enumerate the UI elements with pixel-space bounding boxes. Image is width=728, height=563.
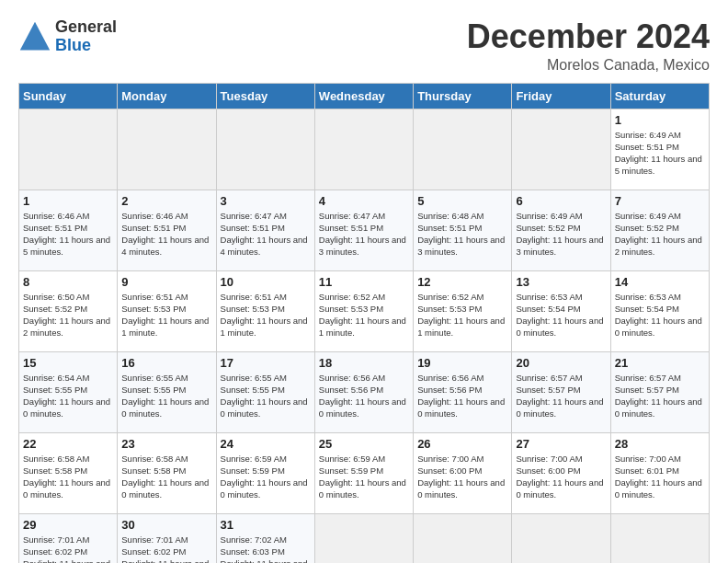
calendar-cell: 1Sunrise: 6:49 AMSunset: 5:51 PMDaylight… bbox=[610, 109, 709, 190]
calendar-cell: 22Sunrise: 6:58 AMSunset: 5:58 PMDayligh… bbox=[19, 432, 118, 513]
day-number: 19 bbox=[417, 356, 507, 370]
calendar-cell bbox=[216, 109, 314, 190]
calendar-cell: 21Sunrise: 6:57 AMSunset: 5:57 PMDayligh… bbox=[610, 351, 709, 432]
day-info: Sunrise: 6:46 AMSunset: 5:51 PMDaylight:… bbox=[121, 210, 211, 259]
day-number: 7 bbox=[615, 194, 705, 208]
day-info: Sunrise: 6:51 AMSunset: 5:53 PMDaylight:… bbox=[121, 291, 211, 339]
title-block: December 2024 Morelos Canada, Mexico bbox=[467, 18, 710, 74]
calendar-cell: 12Sunrise: 6:52 AMSunset: 5:53 PMDayligh… bbox=[414, 270, 512, 351]
day-number: 26 bbox=[417, 437, 507, 451]
header-friday: Friday bbox=[512, 83, 610, 109]
day-number: 14 bbox=[615, 275, 705, 289]
day-number: 10 bbox=[221, 275, 311, 289]
calendar-cell: 26Sunrise: 7:00 AMSunset: 6:00 PMDayligh… bbox=[414, 432, 512, 513]
day-info: Sunrise: 6:49 AMSunset: 5:52 PMDaylight:… bbox=[615, 210, 705, 259]
day-number: 6 bbox=[516, 194, 606, 208]
calendar-cell bbox=[610, 513, 709, 563]
calendar-cell: 16Sunrise: 6:55 AMSunset: 5:55 PMDayligh… bbox=[118, 351, 216, 432]
calendar-cell: 7Sunrise: 6:49 AMSunset: 5:52 PMDaylight… bbox=[610, 190, 709, 270]
calendar-week-row: 1Sunrise: 6:46 AMSunset: 5:51 PMDaylight… bbox=[19, 190, 710, 270]
day-number: 1 bbox=[615, 113, 705, 127]
day-number: 25 bbox=[319, 437, 409, 451]
calendar-cell: 25Sunrise: 6:59 AMSunset: 5:59 PMDayligh… bbox=[314, 432, 413, 513]
calendar-cell: 11Sunrise: 6:52 AMSunset: 5:53 PMDayligh… bbox=[314, 270, 413, 351]
logo: General Blue bbox=[18, 18, 117, 55]
calendar-cell: 18Sunrise: 6:56 AMSunset: 5:56 PMDayligh… bbox=[314, 351, 413, 432]
day-info: Sunrise: 6:54 AMSunset: 5:55 PMDaylight:… bbox=[23, 372, 113, 420]
day-info: Sunrise: 6:58 AMSunset: 5:58 PMDaylight:… bbox=[23, 453, 113, 501]
calendar-week-row: 1Sunrise: 6:49 AMSunset: 5:51 PMDaylight… bbox=[19, 109, 710, 190]
day-info: Sunrise: 6:52 AMSunset: 5:53 PMDaylight:… bbox=[417, 291, 507, 339]
day-info: Sunrise: 7:01 AMSunset: 6:02 PMDaylight:… bbox=[121, 534, 211, 563]
day-number: 21 bbox=[615, 356, 705, 370]
calendar-header-row: Sunday Monday Tuesday Wednesday Thursday… bbox=[19, 83, 710, 109]
day-info: Sunrise: 6:47 AMSunset: 5:51 PMDaylight:… bbox=[319, 210, 409, 259]
month-title: December 2024 bbox=[467, 18, 710, 55]
day-info: Sunrise: 6:55 AMSunset: 5:55 PMDaylight:… bbox=[121, 372, 211, 420]
header-saturday: Saturday bbox=[610, 83, 709, 109]
day-info: Sunrise: 6:48 AMSunset: 5:51 PMDaylight:… bbox=[417, 210, 507, 259]
calendar-week-row: 22Sunrise: 6:58 AMSunset: 5:58 PMDayligh… bbox=[19, 432, 710, 513]
day-number: 13 bbox=[516, 275, 606, 289]
calendar-cell: 17Sunrise: 6:55 AMSunset: 5:55 PMDayligh… bbox=[216, 351, 314, 432]
day-number: 28 bbox=[615, 437, 705, 451]
calendar-cell bbox=[314, 109, 413, 190]
day-info: Sunrise: 7:00 AMSunset: 6:00 PMDaylight:… bbox=[417, 453, 507, 501]
day-number: 1 bbox=[23, 194, 113, 208]
calendar-cell: 28Sunrise: 7:00 AMSunset: 6:01 PMDayligh… bbox=[610, 432, 709, 513]
day-number: 24 bbox=[221, 437, 311, 451]
calendar-cell: 15Sunrise: 6:54 AMSunset: 5:55 PMDayligh… bbox=[19, 351, 118, 432]
calendar-cell: 6Sunrise: 6:49 AMSunset: 5:52 PMDaylight… bbox=[512, 190, 610, 270]
day-number: 3 bbox=[221, 194, 311, 208]
calendar-week-row: 29Sunrise: 7:01 AMSunset: 6:02 PMDayligh… bbox=[19, 513, 710, 563]
calendar-cell: 9Sunrise: 6:51 AMSunset: 5:53 PMDaylight… bbox=[118, 270, 216, 351]
day-number: 11 bbox=[319, 275, 409, 289]
day-info: Sunrise: 6:59 AMSunset: 5:59 PMDaylight:… bbox=[221, 453, 311, 501]
day-number: 18 bbox=[319, 356, 409, 370]
calendar-cell bbox=[19, 109, 118, 190]
day-info: Sunrise: 6:53 AMSunset: 5:54 PMDaylight:… bbox=[516, 291, 606, 339]
day-info: Sunrise: 7:00 AMSunset: 6:01 PMDaylight:… bbox=[615, 453, 705, 501]
day-info: Sunrise: 6:47 AMSunset: 5:51 PMDaylight:… bbox=[221, 210, 311, 259]
day-number: 8 bbox=[23, 275, 113, 289]
day-number: 2 bbox=[121, 194, 211, 208]
day-info: Sunrise: 6:59 AMSunset: 5:59 PMDaylight:… bbox=[319, 453, 409, 501]
location-title: Morelos Canada, Mexico bbox=[467, 57, 710, 74]
calendar-cell: 24Sunrise: 6:59 AMSunset: 5:59 PMDayligh… bbox=[216, 432, 314, 513]
day-number: 27 bbox=[516, 437, 606, 451]
day-info: Sunrise: 6:52 AMSunset: 5:53 PMDaylight:… bbox=[319, 291, 409, 339]
calendar-cell bbox=[414, 109, 512, 190]
day-info: Sunrise: 6:49 AMSunset: 5:51 PMDaylight:… bbox=[615, 129, 705, 178]
day-number: 17 bbox=[221, 356, 311, 370]
logo-text-line1: General bbox=[55, 18, 117, 37]
logo-text-line2: Blue bbox=[55, 37, 117, 55]
day-number: 20 bbox=[516, 356, 606, 370]
calendar-cell: 5Sunrise: 6:48 AMSunset: 5:51 PMDaylight… bbox=[414, 190, 512, 270]
calendar-cell bbox=[314, 513, 413, 563]
day-info: Sunrise: 6:56 AMSunset: 5:56 PMDaylight:… bbox=[319, 372, 409, 420]
calendar-table: Sunday Monday Tuesday Wednesday Thursday… bbox=[18, 83, 710, 563]
day-number: 12 bbox=[417, 275, 507, 289]
day-number: 30 bbox=[121, 518, 211, 532]
day-number: 16 bbox=[121, 356, 211, 370]
header-thursday: Thursday bbox=[414, 83, 512, 109]
calendar-cell: 1Sunrise: 6:46 AMSunset: 5:51 PMDaylight… bbox=[19, 190, 118, 270]
day-number: 15 bbox=[23, 356, 113, 370]
calendar-cell: 23Sunrise: 6:58 AMSunset: 5:58 PMDayligh… bbox=[118, 432, 216, 513]
day-number: 4 bbox=[319, 194, 409, 208]
day-info: Sunrise: 7:02 AMSunset: 6:03 PMDaylight:… bbox=[221, 534, 311, 563]
calendar-cell: 20Sunrise: 6:57 AMSunset: 5:57 PMDayligh… bbox=[512, 351, 610, 432]
calendar-cell: 31Sunrise: 7:02 AMSunset: 6:03 PMDayligh… bbox=[216, 513, 314, 563]
day-number: 22 bbox=[23, 437, 113, 451]
day-number: 29 bbox=[23, 518, 113, 532]
day-number: 5 bbox=[417, 194, 507, 208]
calendar-cell: 8Sunrise: 6:50 AMSunset: 5:52 PMDaylight… bbox=[19, 270, 118, 351]
calendar-cell bbox=[414, 513, 512, 563]
calendar-week-row: 15Sunrise: 6:54 AMSunset: 5:55 PMDayligh… bbox=[19, 351, 710, 432]
day-number: 9 bbox=[121, 275, 211, 289]
calendar-cell: 13Sunrise: 6:53 AMSunset: 5:54 PMDayligh… bbox=[512, 270, 610, 351]
day-info: Sunrise: 7:01 AMSunset: 6:02 PMDaylight:… bbox=[23, 534, 113, 563]
calendar-cell bbox=[512, 513, 610, 563]
calendar-week-row: 8Sunrise: 6:50 AMSunset: 5:52 PMDaylight… bbox=[19, 270, 710, 351]
calendar-cell bbox=[512, 109, 610, 190]
